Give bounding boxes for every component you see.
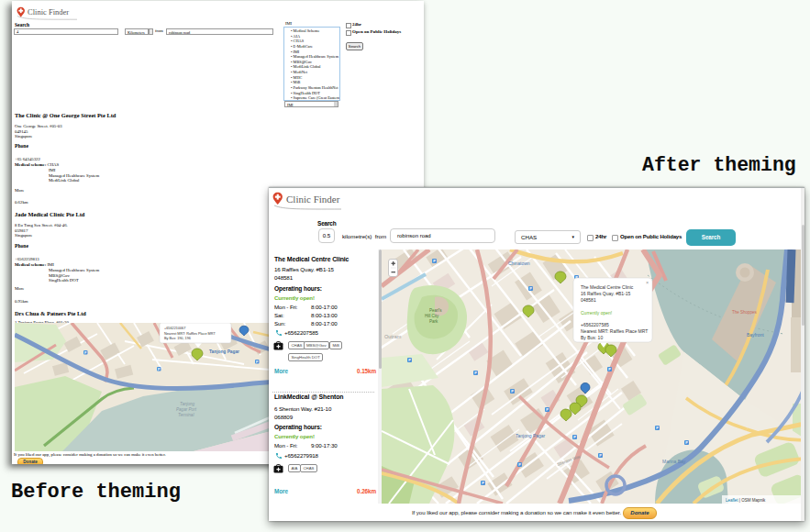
svg-text:Tanjong: Tanjong [180,402,195,406]
svg-text:Marina Bay: Marina Bay [662,459,686,464]
svg-text:P: P [573,435,576,439]
svg-text:P: P [546,407,549,412]
svg-text:P: P [408,358,411,362]
svg-text:P: P [608,367,611,371]
svg-text:Leaflet | OSM Mapnik: Leaflet | OSM Mapnik [726,498,766,503]
svg-text:The Medical Centre Clinic: The Medical Centre Clinic [581,284,634,290]
svg-text:P: P [511,389,514,393]
svg-text:Outram: Outram [384,334,402,339]
svg-text:P: P [482,481,484,485]
svg-text:Pearl's: Pearl's [429,308,442,313]
svg-text:P: P [433,259,436,263]
svg-text:Hill City: Hill City [425,314,439,318]
svg-text:Terminal: Terminal [178,413,194,417]
svg-text:P: P [656,426,659,430]
svg-text:×: × [646,280,649,285]
svg-text:Park: Park [429,319,438,324]
svg-text:P: P [529,286,532,291]
svg-text:Currently open!: Currently open! [581,310,612,316]
svg-text:Tanjong Pagar: Tanjong Pagar [209,349,239,354]
svg-text:Pagar Port: Pagar Port [176,407,197,412]
svg-text:16 Raffles Quay. #B1-15: 16 Raffles Quay. #B1-15 [581,291,631,296]
svg-text:Tanjong Pagar: Tanjong Pagar [516,433,546,438]
svg-text:Chinatown: Chinatown [508,260,530,266]
svg-text:The Shoppes: The Shoppes [732,310,758,315]
svg-text:P: P [599,453,602,458]
svg-text:Nearest MRT: Raffles Place MRT: Nearest MRT: Raffles Place MRT [164,332,216,336]
svg-text:+6562210067: +6562210067 [164,327,185,330]
svg-text:Bayfront: Bayfront [747,332,764,338]
svg-text:P: P [518,462,521,467]
svg-text:P: P [685,440,688,445]
svg-text:048581: 048581 [581,297,596,303]
svg-text:By Bus: 190, 196: By Bus: 190, 196 [164,337,191,340]
svg-text:Nearest MRT: Raffles Place MRT: Nearest MRT: Raffles Place MRT [581,328,648,334]
svg-text:By Bus: 10: By Bus: 10 [581,335,603,340]
svg-text:P: P [474,371,477,375]
svg-text:+6562207585: +6562207585 [581,322,609,327]
